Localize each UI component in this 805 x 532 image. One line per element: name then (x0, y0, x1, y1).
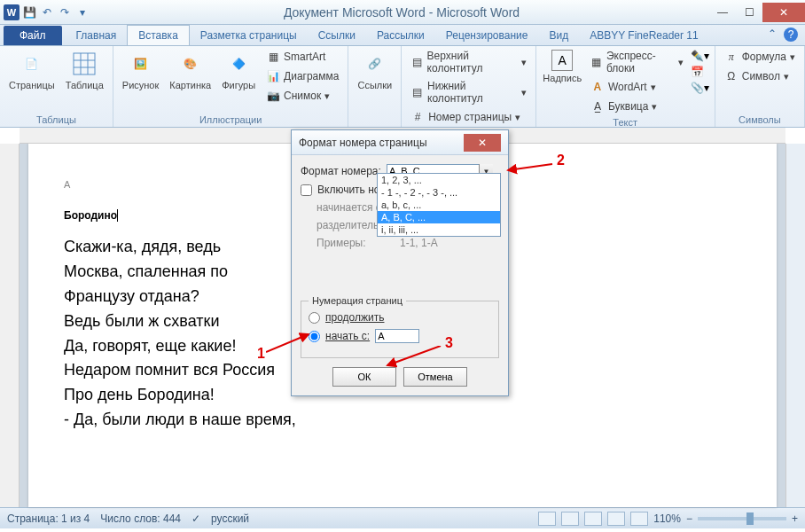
minimize-button[interactable]: — (709, 3, 736, 22)
doc-line: - Да, были люди в наше время, (64, 408, 741, 433)
footer-icon: ▤ (410, 85, 424, 99)
word-logo-icon: W (4, 4, 20, 20)
clipart-button[interactable]: 🎨Картинка (166, 48, 215, 92)
links-icon: 🔗 (361, 50, 389, 78)
dropcap-icon: A̲ (590, 99, 605, 113)
tab-mailings[interactable]: Рассылки (366, 26, 435, 45)
close-button[interactable]: ✕ (762, 3, 805, 22)
examples-label: Примеры: (317, 237, 395, 249)
wordart-button[interactable]: AWordArt ▾ (587, 78, 687, 96)
picture-button[interactable]: 🖼️Рисунок (119, 48, 163, 92)
status-words[interactable]: Число слов: 444 (100, 512, 181, 525)
format-option[interactable]: 1, 2, 3, ... (378, 174, 500, 186)
format-option-selected[interactable]: A, B, C, ... (378, 211, 500, 223)
signature-icon[interactable]: ✒️▾ (691, 50, 709, 62)
page-number-format-dialog: Формат номера страницы ✕ Формат номера: … (291, 129, 509, 396)
textbox-icon: A (551, 50, 573, 71)
help-icon[interactable]: ? (784, 27, 798, 42)
view-web-button[interactable] (584, 512, 602, 526)
datetime-icon[interactable]: 📅 (691, 66, 709, 78)
group-illustrations-label: Иллюстрации (119, 113, 343, 127)
wordart-icon: A (590, 80, 605, 94)
redo-icon[interactable]: ↷ (57, 4, 73, 20)
status-language[interactable]: русский (211, 512, 249, 525)
tab-pagelayout[interactable]: Разметка страницы (190, 26, 308, 45)
clipart-icon: 🎨 (176, 50, 205, 78)
format-option[interactable]: - 1 -, - 2 -, - 3 -, ... (378, 186, 500, 199)
equation-icon: π (724, 50, 739, 64)
qat-dropdown-icon[interactable]: ▾ (74, 4, 90, 20)
cancel-button[interactable]: Отмена (403, 367, 467, 387)
quickparts-icon: ▦ (590, 55, 603, 69)
numbering-legend: Нумерация страниц (309, 295, 406, 306)
tab-view[interactable]: Вид (538, 26, 579, 45)
status-page[interactable]: Страница: 1 из 4 (7, 512, 90, 525)
view-printlayout-button[interactable] (538, 512, 556, 526)
format-option[interactable]: i, ii, iii, ... (378, 223, 500, 236)
screenshot-icon: 📷 (266, 89, 280, 103)
startat-input[interactable] (375, 329, 419, 343)
shapes-icon: 🔷 (224, 50, 253, 78)
undo-icon[interactable]: ↶ (39, 4, 55, 20)
textbox-button[interactable]: AНадпись (542, 48, 583, 85)
chart-icon: 📊 (266, 69, 280, 83)
vertical-ruler[interactable] (0, 144, 20, 507)
symbol-icon: Ω (724, 69, 739, 83)
pages-button[interactable]: 📄 Страницы (5, 48, 59, 92)
minimize-ribbon-icon[interactable]: ⌃ (768, 27, 777, 42)
header-icon: ▤ (410, 55, 423, 69)
view-outline-button[interactable] (607, 512, 625, 526)
zoom-level[interactable]: 110% (653, 512, 681, 525)
tab-file[interactable]: Файл (4, 26, 62, 45)
maximize-button[interactable]: ☐ (736, 3, 762, 22)
chart-button[interactable]: 📊Диаграмма (262, 67, 342, 85)
tab-abbyy[interactable]: ABBYY FineReader 11 (579, 26, 709, 45)
continue-radio[interactable] (309, 312, 320, 324)
include-chapter-checkbox[interactable] (301, 184, 312, 196)
pagenumber-button[interactable]: #Номер страницы ▾ (407, 108, 529, 126)
tab-references[interactable]: Ссылки (308, 26, 366, 45)
header-button[interactable]: ▤Верхний колонтитул ▾ (407, 48, 529, 76)
group-symbols-label: Символы (721, 113, 799, 127)
zoom-in-button[interactable]: + (792, 512, 798, 525)
quickparts-button[interactable]: ▦Экспресс-блоки ▾ (587, 48, 687, 76)
right-scroll-pane[interactable] (785, 144, 805, 507)
examples-value: 1-1, 1-A (400, 237, 438, 249)
footer-button[interactable]: ▤Нижний колонтитул ▾ (407, 78, 529, 106)
dialog-close-button[interactable]: ✕ (464, 134, 501, 152)
startat-radio[interactable] (309, 331, 320, 342)
view-fullscreen-button[interactable] (561, 512, 579, 526)
object-icon[interactable]: 📎▾ (691, 82, 709, 94)
links-button[interactable]: 🔗Ссылки (354, 48, 395, 92)
dialog-title: Формат номера страницы (299, 137, 427, 149)
pages-icon: 📄 (18, 50, 46, 78)
view-draft-button[interactable] (630, 512, 648, 526)
tab-insert[interactable]: Вставка (127, 25, 190, 45)
quick-access-toolbar: W 💾 ↶ ↷ ▾ (0, 4, 94, 20)
screenshot-button[interactable]: 📷Снимок ▾ (262, 87, 342, 105)
group-tables-label: Таблицы (5, 113, 107, 127)
ok-button[interactable]: ОК (332, 367, 396, 387)
smartart-button[interactable]: ▦SmartArt (262, 48, 342, 66)
format-dropdown-list[interactable]: 1, 2, 3, ... - 1 -, - 2 -, - 3 -, ... a,… (377, 173, 501, 237)
dropcap-button[interactable]: A̲Буквица ▾ (587, 98, 687, 115)
status-proofing-icon[interactable]: ✓ (191, 512, 200, 525)
picture-icon: 🖼️ (127, 50, 155, 78)
dialog-titlebar[interactable]: Формат номера страницы ✕ (292, 130, 508, 155)
format-label: Формат номера: (301, 165, 381, 177)
table-button[interactable]: Таблица (62, 48, 107, 92)
save-icon[interactable]: 💾 (21, 4, 37, 20)
pagenumber-icon: # (410, 110, 425, 124)
zoom-slider[interactable] (698, 517, 786, 520)
tab-home[interactable]: Главная (66, 26, 128, 45)
window-title: Документ Microsoft Word - Microsoft Word (94, 5, 709, 20)
symbol-button[interactable]: ΩСимвол ▾ (721, 67, 799, 85)
table-icon (70, 50, 98, 78)
equation-button[interactable]: πФормула ▾ (721, 48, 799, 66)
tab-review[interactable]: Рецензирование (435, 26, 539, 45)
ribbon: 📄 Страницы Таблица Таблицы 🖼️Рисунок 🎨Ка… (0, 46, 805, 128)
page-numbering-fieldset: Нумерация страниц продолжить начать с: (301, 295, 499, 358)
format-option[interactable]: a, b, c, ... (378, 199, 500, 211)
zoom-out-button[interactable]: − (686, 512, 692, 525)
shapes-button[interactable]: 🔷Фигуры (218, 48, 259, 92)
